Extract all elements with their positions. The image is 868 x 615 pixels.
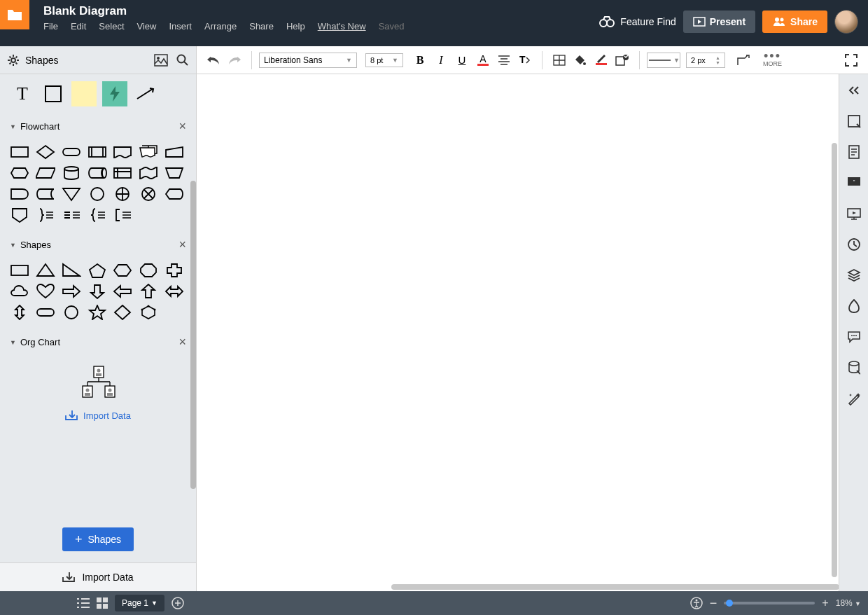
- shape-document[interactable]: [113, 145, 132, 159]
- shape-rounded-rect[interactable]: [36, 305, 55, 319]
- shape-database[interactable]: [62, 166, 81, 180]
- menu-view[interactable]: View: [137, 21, 157, 32]
- shape-direct-data[interactable]: [88, 166, 107, 180]
- shape-up-arrow[interactable]: [139, 284, 158, 298]
- text-color-button[interactable]: A: [473, 50, 493, 70]
- more-button[interactable]: •••MORE: [763, 53, 782, 67]
- presentation-icon[interactable]: [846, 206, 862, 221]
- shape-note-lines[interactable]: [62, 208, 81, 222]
- zoom-level[interactable]: 18% ▼: [836, 598, 861, 608]
- action-tool[interactable]: [102, 81, 127, 106]
- close-icon[interactable]: ×: [178, 335, 186, 350]
- shape-triangle[interactable]: [36, 263, 55, 277]
- shape-pentagon[interactable]: [88, 263, 107, 277]
- shape-options-button[interactable]: [612, 50, 632, 70]
- grid-view-icon[interactable]: [97, 597, 108, 609]
- document-title[interactable]: Blank Diagram: [43, 4, 592, 18]
- shape-rectangle[interactable]: [10, 263, 29, 277]
- shape-polygon[interactable]: [139, 305, 158, 319]
- shape-predefined[interactable]: [88, 145, 107, 159]
- redo-button[interactable]: [225, 50, 244, 70]
- shape-data[interactable]: [36, 166, 55, 180]
- shape-octagon[interactable]: [139, 263, 158, 277]
- zoom-slider[interactable]: [724, 602, 815, 604]
- shape-brace-left[interactable]: [88, 208, 107, 222]
- theme-icon[interactable]: [846, 298, 862, 314]
- font-family-select[interactable]: Liberation Sans▼: [259, 53, 357, 68]
- rectangle-tool[interactable]: [41, 81, 66, 106]
- shape-brace-right[interactable]: [36, 208, 55, 222]
- accessibility-icon[interactable]: [690, 597, 703, 609]
- shape-heart[interactable]: [36, 284, 55, 298]
- shape-manual-input[interactable]: [164, 145, 184, 159]
- layers-icon[interactable]: [846, 268, 862, 283]
- shape-display[interactable]: [164, 187, 184, 201]
- shape-multidoc[interactable]: [139, 145, 158, 159]
- menu-select[interactable]: Select: [99, 21, 124, 32]
- shape-down-arrow[interactable]: [88, 284, 107, 298]
- search-icon[interactable]: [176, 54, 189, 67]
- user-avatar[interactable]: [834, 10, 858, 34]
- shape-or[interactable]: [113, 187, 132, 201]
- line-color-button[interactable]: [592, 50, 611, 70]
- shape-left-arrow[interactable]: [113, 284, 132, 298]
- undo-button[interactable]: [204, 50, 223, 70]
- fullscreen-button[interactable]: [841, 50, 861, 70]
- data-icon[interactable]: [846, 360, 862, 375]
- zoom-in-button[interactable]: +: [822, 597, 828, 609]
- shape-cross[interactable]: [164, 263, 184, 277]
- shape-star[interactable]: [88, 305, 107, 319]
- menu-help[interactable]: Help: [286, 21, 305, 32]
- add-page-button[interactable]: [172, 597, 184, 609]
- canvas-scrollbar-horizontal[interactable]: [202, 584, 829, 590]
- shape-offpage[interactable]: [10, 208, 29, 222]
- shape-manual-op[interactable]: [164, 166, 184, 180]
- menu-arrange[interactable]: Arrange: [204, 21, 237, 32]
- add-shapes-button[interactable]: + Shapes: [62, 527, 134, 551]
- line-width-select[interactable]: 2 px▲▼: [686, 53, 725, 68]
- share-button[interactable]: Share: [762, 11, 827, 33]
- app-logo[interactable]: [0, 0, 29, 29]
- line-routing-button[interactable]: [734, 50, 753, 70]
- magic-icon[interactable]: [846, 391, 862, 406]
- sidebar-scrollbar[interactable]: [190, 181, 196, 615]
- zoom-out-button[interactable]: −: [710, 596, 718, 611]
- underline-button[interactable]: U: [452, 50, 472, 70]
- present-button[interactable]: Present: [683, 11, 755, 33]
- comments-icon[interactable]: ”: [846, 175, 862, 191]
- shape-decision[interactable]: [36, 145, 55, 159]
- menu-file[interactable]: File: [43, 21, 58, 32]
- canvas-scrollbar-vertical[interactable]: [832, 80, 837, 563]
- shape-connector[interactable]: [88, 187, 107, 201]
- category-flowchart-header[interactable]: ▼ Flowchart ×: [0, 113, 196, 139]
- page-tab[interactable]: Page 1▼: [115, 595, 164, 611]
- collapse-panel-button[interactable]: [846, 83, 862, 98]
- menu-insert[interactable]: Insert: [169, 21, 192, 32]
- shapes-header[interactable]: Shapes: [7, 54, 154, 67]
- shape-right-triangle[interactable]: [62, 263, 81, 277]
- history-icon[interactable]: [846, 237, 862, 252]
- shape-right-arrow[interactable]: [62, 284, 81, 298]
- import-data-footer[interactable]: Import Data: [0, 562, 196, 591]
- category-shapes-header[interactable]: ▼ Shapes ×: [0, 232, 196, 258]
- shape-circle[interactable]: [62, 305, 81, 319]
- close-icon[interactable]: ×: [178, 119, 186, 134]
- menu-share[interactable]: Share: [249, 21, 274, 32]
- org-import-data-link[interactable]: Import Data: [0, 404, 196, 432]
- shape-internal-storage[interactable]: [113, 166, 132, 180]
- shape-process[interactable]: [10, 145, 29, 159]
- line-tool[interactable]: [133, 81, 158, 106]
- image-icon[interactable]: [154, 54, 168, 67]
- shape-delay[interactable]: [10, 187, 29, 201]
- org-chart-shape[interactable]: [0, 355, 196, 404]
- shape-terminator[interactable]: [62, 145, 81, 159]
- shape-merge[interactable]: [62, 187, 81, 201]
- shape-cloud[interactable]: [10, 284, 29, 298]
- shape-double-arrow-v[interactable]: [10, 305, 29, 319]
- text-tool[interactable]: T: [10, 81, 35, 106]
- page-settings-icon[interactable]: [846, 144, 862, 160]
- line-style-select[interactable]: ▼: [647, 53, 680, 68]
- note-tool[interactable]: [71, 81, 97, 106]
- text-direction-button[interactable]: T: [515, 50, 535, 70]
- shape-summing[interactable]: [139, 187, 158, 201]
